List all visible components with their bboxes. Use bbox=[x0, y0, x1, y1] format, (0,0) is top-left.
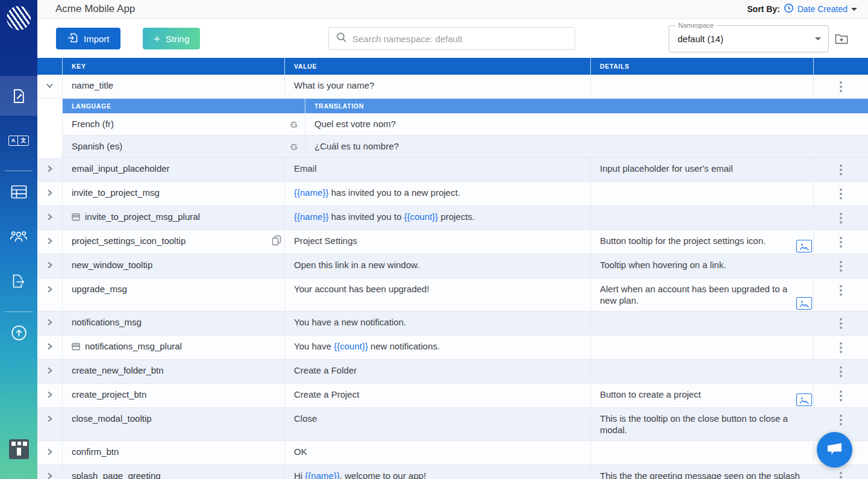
row-menu-button[interactable] bbox=[836, 317, 846, 330]
row-menu-button[interactable] bbox=[836, 471, 846, 479]
image-attachment-icon[interactable] bbox=[796, 240, 812, 252]
actions-cell bbox=[813, 182, 868, 205]
key-cell: create_new_folder_btn bbox=[62, 360, 284, 383]
namespace-select[interactable]: Namespace default (14) bbox=[669, 25, 829, 52]
app-logo-icon[interactable] bbox=[7, 6, 31, 30]
expand-chevron-icon[interactable] bbox=[45, 446, 55, 457]
key-label: upgrade_msg bbox=[72, 283, 127, 295]
expand-chevron-icon[interactable] bbox=[45, 260, 55, 271]
expand-chevron-icon[interactable] bbox=[45, 365, 55, 376]
main-area: Acme Mobile App Sort By: Date Created bbox=[37, 0, 868, 479]
expand-chevron-icon[interactable] bbox=[45, 236, 55, 246]
expand-chevron-icon[interactable] bbox=[45, 187, 55, 198]
sidebar-divider bbox=[5, 171, 33, 171]
value-cell: Email bbox=[284, 158, 590, 181]
sidebar-item-auto-translate[interactable]: A文 bbox=[0, 121, 37, 160]
import-icon bbox=[67, 32, 78, 45]
search-input[interactable] bbox=[352, 34, 567, 44]
table-row[interactable]: project_settings_icon_tooltipProject Set… bbox=[37, 230, 868, 254]
table-row[interactable]: close_modal_tooltipCloseThis is the tool… bbox=[37, 408, 868, 441]
plus-icon: + bbox=[154, 33, 160, 45]
table-row[interactable]: new_window_tooltipOpen this link in a ne… bbox=[37, 254, 868, 278]
translation-row[interactable]: French (fr)GQuel est votre nom? bbox=[63, 113, 868, 136]
expand-cell bbox=[37, 75, 62, 98]
value-cell: {{name}} has invited you to a new projec… bbox=[284, 182, 590, 205]
details-cell bbox=[590, 360, 813, 383]
table-row[interactable]: confirm_btnOK bbox=[37, 441, 868, 465]
expand-chevron-icon[interactable] bbox=[45, 211, 55, 222]
value-cell: Create a Folder bbox=[284, 360, 590, 383]
language-label: Spanish (es) bbox=[72, 141, 122, 151]
expand-chevron-icon[interactable] bbox=[45, 341, 55, 352]
language-cell: French (fr)G bbox=[63, 113, 305, 135]
row-menu-button[interactable] bbox=[836, 163, 846, 177]
translation-row[interactable]: Spanish (es)G¿Cuál es tu nombre? bbox=[63, 136, 868, 158]
image-attachment-icon[interactable] bbox=[796, 393, 812, 406]
table-row[interactable]: create_new_folder_btnCreate a Folder bbox=[37, 360, 868, 384]
row-menu-button[interactable] bbox=[836, 260, 846, 273]
sidebar-item-editor[interactable] bbox=[0, 76, 37, 116]
table-row[interactable]: splash_page_greetingHi {{name}}, welcome… bbox=[37, 465, 868, 479]
changelog-widget-icon[interactable] bbox=[9, 439, 29, 459]
row-menu-button[interactable] bbox=[836, 187, 846, 201]
row-menu-button[interactable] bbox=[836, 211, 846, 225]
sidebar-item-publish[interactable] bbox=[0, 313, 37, 352]
value-column-header: VALUE bbox=[284, 58, 590, 75]
add-namespace-button[interactable] bbox=[835, 33, 848, 47]
table-row[interactable]: name_titleWhat is your name? bbox=[37, 75, 868, 99]
expand-chevron-icon[interactable] bbox=[45, 389, 55, 400]
row-menu-button[interactable] bbox=[836, 341, 846, 354]
variable-token: {{count}} bbox=[334, 341, 368, 351]
table-row[interactable]: create_project_btnCreate a ProjectButton… bbox=[37, 384, 868, 408]
expand-cell bbox=[37, 384, 62, 407]
language-cell: Spanish (es)G bbox=[63, 136, 305, 157]
expand-chevron-icon[interactable] bbox=[45, 317, 55, 328]
actions-cell bbox=[813, 158, 868, 181]
sidebar-divider bbox=[5, 312, 33, 312]
add-string-button[interactable]: + String bbox=[143, 28, 200, 49]
key-cell: create_project_btn bbox=[62, 384, 284, 407]
sidebar-item-data-table[interactable] bbox=[0, 172, 37, 211]
sort-by-dropdown[interactable]: Sort By: Date Created bbox=[747, 3, 857, 15]
expand-chevron-icon[interactable] bbox=[45, 284, 55, 295]
sidebar-item-contributors[interactable] bbox=[0, 216, 37, 256]
people-icon bbox=[10, 230, 28, 243]
topbar: Acme Mobile App Sort By: Date Created bbox=[37, 0, 868, 19]
table-row[interactable]: email_input_placeholderEmailInput placeh… bbox=[37, 158, 868, 182]
sort-by-label: Sort By: bbox=[747, 4, 779, 14]
row-menu-button[interactable] bbox=[836, 389, 846, 402]
row-menu-button[interactable] bbox=[836, 365, 846, 378]
expand-chevron-icon[interactable] bbox=[45, 163, 55, 174]
table-row[interactable]: upgrade_msgYour account has been upgrade… bbox=[37, 278, 868, 312]
expand-chevron-icon[interactable] bbox=[45, 80, 55, 91]
add-string-button-label: String bbox=[166, 34, 189, 44]
actions-column-header bbox=[813, 58, 868, 75]
table-row[interactable]: notifications_msgYou have a new notifica… bbox=[37, 312, 868, 336]
key-label: invite_to_project_msg_plural bbox=[85, 211, 200, 222]
key-label: notifications_msg bbox=[72, 316, 142, 328]
app-window: A文 bbox=[0, 0, 868, 479]
table-row[interactable]: invite_to_project_msg_plural{{name}} has… bbox=[37, 206, 868, 230]
image-attachment-icon[interactable] bbox=[796, 297, 812, 310]
row-menu-button[interactable] bbox=[836, 80, 846, 93]
actions-cell bbox=[813, 206, 868, 230]
google-translate-icon: G bbox=[290, 141, 298, 152]
chat-launcher-button[interactable] bbox=[817, 432, 852, 468]
key-label: create_new_folder_btn bbox=[72, 365, 164, 376]
expand-chevron-icon[interactable] bbox=[45, 471, 55, 479]
chat-bubble-icon bbox=[826, 442, 843, 459]
details-cell bbox=[590, 441, 813, 465]
value-cell: {{name}} has invited you to {{count}} pr… bbox=[284, 206, 590, 230]
expand-cell bbox=[37, 254, 62, 278]
row-menu-button[interactable] bbox=[836, 236, 846, 249]
details-cell: Button to create a project bbox=[590, 384, 813, 407]
table-row[interactable]: notifications_msg_pluralYou have {{count… bbox=[37, 336, 868, 360]
row-menu-button[interactable] bbox=[836, 284, 846, 306]
copy-key-button[interactable] bbox=[272, 235, 281, 248]
details-text: This the the greeting message seen on th… bbox=[600, 471, 800, 479]
sidebar-item-export[interactable] bbox=[0, 261, 37, 301]
expand-chevron-icon[interactable] bbox=[45, 413, 55, 424]
table-row[interactable]: invite_to_project_msg{{name}} has invite… bbox=[37, 182, 868, 206]
import-button[interactable]: Import bbox=[56, 28, 120, 49]
plural-icon bbox=[72, 342, 80, 353]
